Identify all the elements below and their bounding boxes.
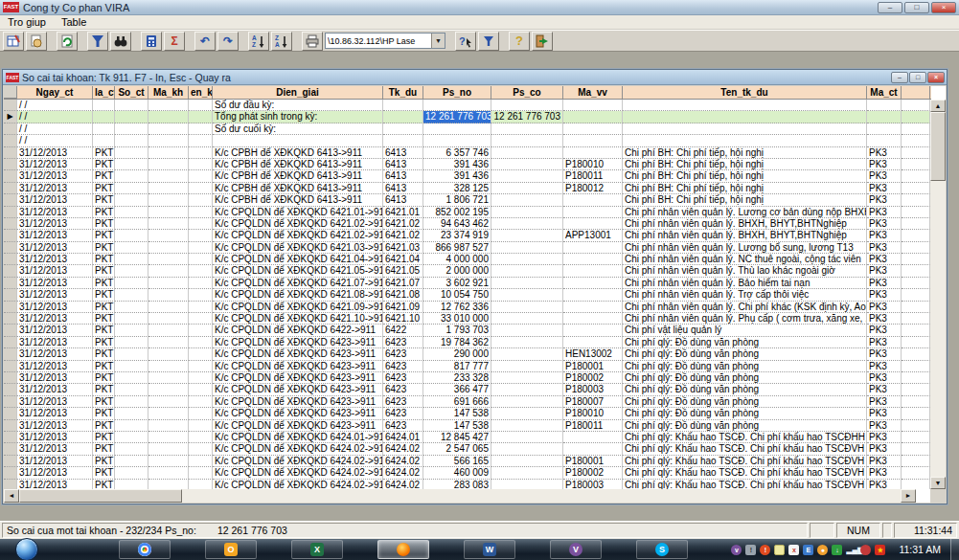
cell-dien-giai[interactable]: K/c CPQLDN để XĐKQKD 6421.08->911 (213, 289, 383, 301)
cell-dien-giai[interactable]: K/c CPBH để XĐKQKD 6413->911 (213, 194, 383, 206)
cell-la-ct[interactable]: PKT (93, 302, 115, 313)
cell-en-k[interactable] (189, 408, 213, 419)
cell--fill[interactable] (902, 337, 930, 348)
cell-ma-kh[interactable] (148, 242, 189, 254)
cell-en-k[interactable] (189, 135, 213, 146)
table-row[interactable]: 31/12/2013PKTK/c CPQLDN để XĐKQKD 6423->… (4, 384, 931, 395)
cell-en-k[interactable] (189, 348, 213, 360)
cell--fill[interactable] (902, 408, 930, 419)
cell-so-ct[interactable] (115, 207, 148, 218)
cell-ps-co[interactable] (491, 183, 563, 194)
cell-ten-tk_du[interactable]: Chi phí qlý: Đồ dùng văn phòng (623, 420, 867, 432)
cell-so-ct[interactable] (115, 123, 148, 135)
cell-ma-kh[interactable] (148, 396, 189, 408)
cell-la-ct[interactable]: PKT (93, 159, 115, 170)
cell-ma-ct[interactable]: PK3 (867, 325, 902, 336)
table-row[interactable]: 31/12/2013PKTK/c CPQLDN để XĐKQKD 6424.0… (4, 456, 931, 467)
cell-ma-ct[interactable]: PK3 (867, 313, 902, 325)
cell-dien-giai[interactable]: K/c CPQLDN để XĐKQKD 6421.07->911 (213, 278, 383, 289)
cell-en-k[interactable] (189, 384, 213, 395)
cell-ma-kh[interactable] (148, 408, 189, 419)
cell-ngay-ct[interactable]: 31/12/2013 (17, 467, 93, 479)
cell-en-k[interactable] (189, 278, 213, 289)
cell-dien-giai[interactable]: K/c CPBH để XĐKQKD 6413->911 (213, 147, 383, 159)
cell-ten-tk_du[interactable]: Chi phí qlý: Đồ dùng văn phòng (623, 408, 867, 419)
cell-ten-tk_du[interactable]: Chi phí qlý: Khấu hao TSCĐ. Chi phí khấu… (623, 443, 867, 455)
cell-la-ct[interactable]: PKT (93, 230, 115, 241)
cell-ps-co[interactable] (491, 123, 563, 135)
tray-e-icon[interactable]: E (803, 545, 813, 555)
cell-ps-no[interactable]: 12 845 427 (423, 432, 491, 443)
cell-ma-kh[interactable] (148, 456, 189, 467)
cell-ps-co[interactable] (491, 432, 563, 443)
cell-ma-vv[interactable] (563, 100, 623, 111)
cell-dien-giai[interactable]: K/c CPQLDN để XĐKQKD 6421.03->911 (213, 242, 383, 254)
taskbar-clock[interactable]: 11:31 AM (899, 544, 941, 555)
cell-ma-ct[interactable]: PK3 (867, 183, 902, 194)
cell-la-ct[interactable] (93, 135, 115, 146)
start-button[interactable] (15, 538, 38, 560)
cell-ma-vv[interactable] (563, 313, 623, 325)
cell-dien-giai[interactable]: K/c CPQLDN để XĐKQKD 6423->911 (213, 361, 383, 372)
column-header-dien-giai[interactable]: Dien_giai (213, 86, 383, 99)
cell-ma-kh[interactable] (148, 337, 189, 348)
cell-so-ct[interactable] (115, 135, 148, 146)
cell-ps-no[interactable]: 1 793 703 (423, 325, 491, 336)
tray-network-icon[interactable]: ▂▄▆ (846, 545, 856, 555)
cell-ma-kh[interactable] (148, 135, 189, 146)
cell--fill[interactable] (902, 480, 930, 490)
cell--fill[interactable] (902, 123, 930, 135)
tray-idm-icon[interactable]: ↓ (832, 545, 842, 555)
cell-ma-vv[interactable] (563, 254, 623, 265)
table-row[interactable]: / / (4, 135, 931, 146)
taskbar-app-skype[interactable]: S (636, 540, 688, 559)
cell-ngay-ct[interactable]: 31/12/2013 (17, 302, 93, 313)
cell-ten-tk_du[interactable]: Chi phí qlý: Đồ dùng văn phòng (623, 361, 867, 372)
table-row[interactable]: 31/12/2013PKTK/c CPQLDN để XĐKQKD 6421.0… (4, 265, 931, 277)
cell-dien-giai[interactable]: Số dư đầu kỳ: (213, 100, 383, 111)
cell-ma-ct[interactable] (867, 100, 902, 111)
tray-notes-icon[interactable] (774, 545, 785, 555)
cell-ma-vv[interactable] (563, 443, 623, 455)
cell-so-ct[interactable] (115, 313, 148, 325)
cell--fill[interactable] (902, 456, 930, 467)
cell-ma-ct[interactable]: PK3 (867, 337, 902, 348)
cell-ps-no[interactable]: 94 643 462 (423, 218, 491, 230)
cell-ps-co[interactable] (491, 384, 563, 395)
cell-ngay-ct[interactable]: 31/12/2013 (17, 242, 93, 254)
cell-ngay-ct[interactable]: 31/12/2013 (17, 170, 93, 182)
cell-ten-tk_du[interactable]: Chi phí BH: Chi phí tiếp, hội nghị (623, 147, 867, 159)
cell-ngay-ct[interactable]: 31/12/2013 (17, 230, 93, 241)
table-row[interactable]: 31/12/2013PKTK/c CPQLDN để XĐKQKD 6424.0… (4, 467, 931, 479)
table-row[interactable]: 31/12/2013PKTK/c CPQLDN để XĐKQKD 6423->… (4, 361, 931, 372)
cell-ma-kh[interactable] (148, 443, 189, 455)
column-header-ps-co[interactable]: Ps_co (491, 86, 563, 99)
cell-ngay-ct[interactable]: / / (17, 111, 93, 123)
cell-ma-vv[interactable]: APP13001 (563, 230, 623, 241)
cell-ma-vv[interactable] (563, 242, 623, 254)
cell-ngay-ct[interactable]: 31/12/2013 (17, 265, 93, 277)
minimize-button[interactable]: – (878, 2, 902, 13)
horizontal-scrollbar[interactable]: ◄ ► (4, 489, 916, 503)
cell-ten-tk_du[interactable]: Chi phí qlý: Khấu hao TSCĐ. Chi phí khấu… (623, 480, 867, 490)
table-row[interactable]: 31/12/2013PKTK/c CPBH để XĐKQKD 6413->91… (4, 183, 931, 194)
cell-ma-ct[interactable]: PK3 (867, 254, 902, 265)
cell-so-ct[interactable] (115, 420, 148, 432)
cell-ma-kh[interactable] (148, 313, 189, 325)
cell-la-ct[interactable]: PKT (93, 420, 115, 432)
cell-ma-ct[interactable] (867, 123, 902, 135)
cell-en-k[interactable] (189, 420, 213, 432)
cell-tk-du[interactable] (383, 111, 423, 123)
cell-so-ct[interactable] (115, 183, 148, 194)
cell-ps-no[interactable]: 12 762 336 (423, 302, 491, 313)
cell-ngay-ct[interactable]: 31/12/2013 (17, 432, 93, 443)
hand-preview-button[interactable] (26, 32, 47, 51)
cell-ma-ct[interactable]: PK3 (867, 242, 902, 254)
cell-ma-kh[interactable] (148, 111, 189, 123)
column-header-ngay-ct[interactable]: Ngay_ct (17, 86, 93, 99)
cell-tk-du[interactable]: 6421.03 (383, 242, 423, 254)
column-header-ten-tk_du[interactable]: Ten_tk_du (623, 86, 867, 99)
cell-dien-giai[interactable]: K/c CPQLDN để XĐKQKD 6424.02->911 (213, 443, 383, 455)
cell-ngay-ct[interactable]: 31/12/2013 (17, 278, 93, 289)
tray-viber-icon[interactable]: v (731, 545, 742, 555)
